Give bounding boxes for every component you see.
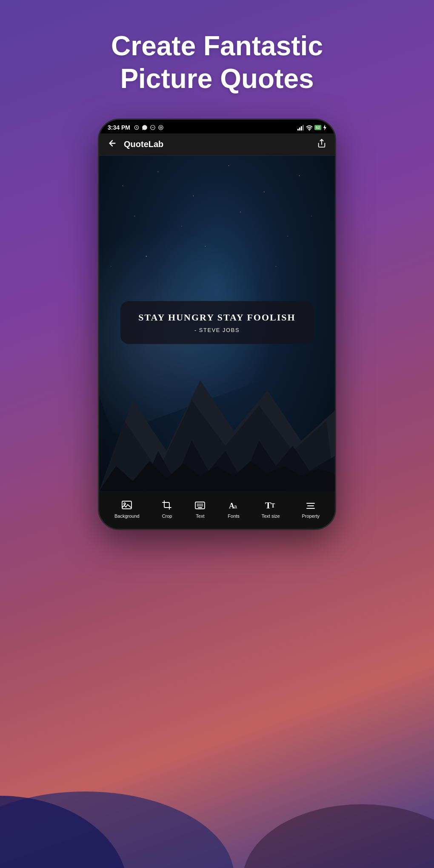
app-bar-title: QuoteLab bbox=[124, 139, 163, 149]
property-icon bbox=[305, 500, 316, 511]
svg-rect-12 bbox=[303, 125, 304, 130]
alarm-icon bbox=[134, 125, 140, 130]
phone-frame: 3:34 PM bbox=[98, 119, 336, 530]
toolbar-item-property[interactable]: Property bbox=[298, 498, 323, 520]
signal-icon bbox=[297, 125, 304, 130]
svg-line-5 bbox=[137, 128, 137, 128]
app-bar: QuoteLab bbox=[99, 133, 335, 156]
fonts-icon: A a bbox=[228, 500, 239, 511]
toolbar-item-background[interactable]: Background bbox=[111, 498, 143, 520]
svg-text:T: T bbox=[271, 502, 275, 509]
crop-icon bbox=[162, 500, 173, 511]
headline-line2: Picture Quotes bbox=[120, 63, 314, 94]
quote-box[interactable]: STAY HUNGRY STAY FOOLISH - STEVE JOBS bbox=[120, 301, 314, 344]
share-button[interactable] bbox=[317, 139, 326, 150]
headline-line1: Create Fantastic bbox=[111, 31, 323, 61]
svg-point-0 bbox=[0, 791, 234, 868]
svg-point-2 bbox=[243, 804, 434, 868]
headline-container: Create Fantastic Picture Quotes bbox=[111, 30, 323, 95]
back-button[interactable] bbox=[108, 139, 117, 150]
toolbar-label-crop: Crop bbox=[162, 513, 172, 519]
toolbar-label-property: Property bbox=[302, 513, 320, 519]
svg-text:T: T bbox=[265, 500, 271, 511]
toolbar-item-textsize[interactable]: T T Text size bbox=[258, 498, 283, 520]
toolbar-item-crop[interactable]: Crop bbox=[158, 498, 176, 520]
charging-icon bbox=[323, 125, 326, 130]
status-icons-left bbox=[134, 125, 164, 130]
toolbar-label-fonts: Fonts bbox=[228, 513, 240, 519]
bottom-toolbar: Background Crop bbox=[99, 491, 335, 529]
headline: Create Fantastic Picture Quotes bbox=[111, 30, 323, 95]
status-icons-right: 52 bbox=[297, 125, 326, 130]
text-size-icon: T T bbox=[265, 500, 276, 511]
svg-point-1 bbox=[0, 796, 128, 868]
svg-point-13 bbox=[309, 130, 309, 130]
svg-point-20 bbox=[124, 503, 126, 505]
toolbar-item-text[interactable]: Text bbox=[191, 498, 209, 520]
starry-sky: STAY HUNGRY STAY FOOLISH - STEVE JOBS bbox=[99, 156, 335, 491]
toolbar-item-fonts[interactable]: A a Fonts bbox=[224, 498, 243, 520]
notification2-icon bbox=[158, 125, 164, 130]
battery-indicator: 52 bbox=[314, 125, 321, 130]
whatsapp-icon bbox=[142, 125, 148, 130]
svg-rect-10 bbox=[299, 128, 300, 130]
toolbar-label-textsize: Text size bbox=[262, 513, 280, 519]
wifi-icon bbox=[306, 125, 313, 130]
toolbar-label-background: Background bbox=[114, 513, 140, 519]
image-area: STAY HUNGRY STAY FOOLISH - STEVE JOBS bbox=[99, 156, 335, 491]
status-bar: 3:34 PM bbox=[99, 120, 335, 133]
notification-icon bbox=[150, 125, 156, 130]
status-time: 3:34 PM bbox=[108, 124, 130, 131]
text-keyboard-icon bbox=[194, 500, 206, 511]
svg-rect-19 bbox=[122, 501, 131, 509]
quote-main-text: STAY HUNGRY STAY FOOLISH bbox=[135, 312, 299, 324]
quote-author-text: - STEVE JOBS bbox=[135, 327, 299, 333]
svg-point-8 bbox=[159, 125, 163, 130]
svg-rect-9 bbox=[297, 129, 299, 130]
svg-rect-11 bbox=[301, 126, 302, 130]
toolbar-label-text: Text bbox=[196, 513, 204, 519]
svg-text:a: a bbox=[234, 504, 237, 510]
mountains bbox=[99, 340, 335, 491]
background-icon bbox=[121, 500, 132, 511]
